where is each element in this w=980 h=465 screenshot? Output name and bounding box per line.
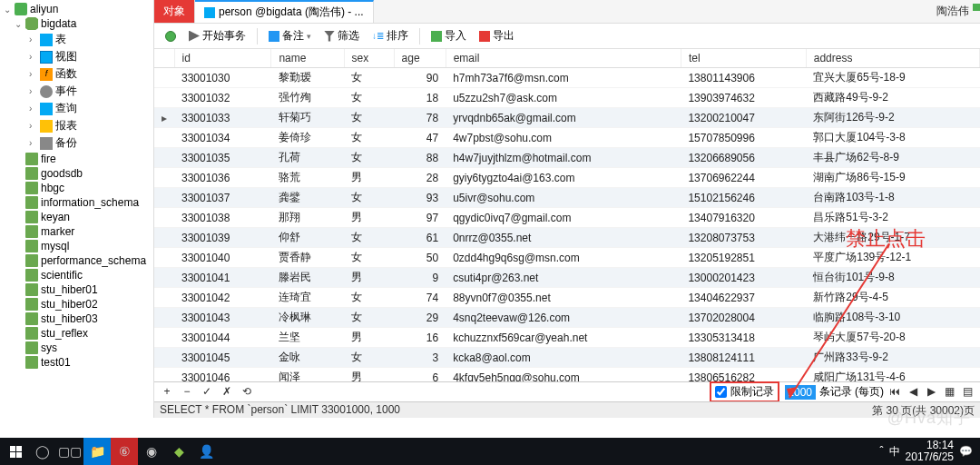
sort-button[interactable]: ↓≣排序 [367,25,414,46]
export-button[interactable]: 导出 [474,25,520,46]
clock[interactable]: 18:14 2017/6/25 [906,440,954,463]
db-node-performance_schema[interactable]: performance_schema [0,253,153,268]
svg-line-0 [789,243,889,398]
start-button[interactable] [2,438,29,465]
import-button[interactable]: 导入 [426,25,472,46]
filter-icon [324,31,335,42]
table-row[interactable]: 33001035孔荷女88h4w7juyjthlzm@hotmail.com13… [154,148,980,168]
tab-bar: 对象 person @bigdata (陶浩伟) - ... [154,0,980,24]
db-node-goodsdb[interactable]: goodsdb [0,166,153,181]
server-node[interactable]: ⌄aliyun [0,2,153,16]
folder-queries[interactable]: ›查询 [0,100,153,117]
table-row[interactable]: ▸33001033轩菊巧女78yrvqdnb65ak@gmail.com1320… [154,108,980,128]
sort-icon: ↓≣ [372,31,384,41]
user-label: 陶浩伟 [936,4,969,19]
import-icon [431,31,442,42]
table-row[interactable]: 33001030黎勤瑷女90h7mh73a7f6@msn.com13801143… [154,68,980,88]
limit-records-box: 限制记录 [710,381,779,402]
db-node-stu_reflex[interactable]: stu_reflex [0,326,153,341]
taskbar: ◯ ▢▢ 📁 ⑥ ◉ ◆ 👤 ˆ 中 18:14 2017/6/25 💬 [0,438,980,465]
db-node-stu_hiber03[interactable]: stu_hiber03 [0,312,153,326]
db-node-hbgc[interactable]: hbgc [0,181,153,195]
folder-functions[interactable]: ›f函数 [0,65,153,83]
play-icon [189,31,200,42]
table-row[interactable]: 33001032强竹殉女18u5zzu2sh7@ask.com139039746… [154,88,980,108]
refresh-button[interactable] [160,28,181,45]
begin-transaction-button[interactable]: 开始事务 [183,25,251,46]
text-icon [269,31,279,42]
db-node-stu_hiber01[interactable]: stu_hiber01 [0,282,153,297]
tray-arrow[interactable]: ˆ [880,445,884,458]
col-tel[interactable]: tel [681,49,806,68]
file-explorer-icon[interactable]: 📁 [83,438,111,465]
navicat-icon[interactable]: ◆ [165,438,192,465]
form-view-button[interactable]: ▤ [960,385,975,400]
app-icon-2[interactable]: 👤 [192,438,220,465]
refresh-grid-button[interactable]: ⟲ [240,385,254,400]
folder-reports[interactable]: ›报表 [0,117,153,134]
ime-indicator[interactable]: 中 [889,444,900,460]
db-node-scientific[interactable]: scientific [0,268,153,282]
db-node-mysql[interactable]: mysql [0,239,153,253]
task-view-button[interactable]: ▢▢ [56,438,83,465]
folder-events[interactable]: ›事件 [0,83,153,100]
memo-button[interactable]: 备注▾ [263,25,317,46]
table-icon [204,7,215,18]
tab-person[interactable]: person @bigdata (陶浩伟) - ... [195,0,374,23]
db-node-stu_hiber02[interactable]: stu_hiber02 [0,297,153,312]
col-id[interactable]: id [174,49,271,68]
toolbar: 开始事务 备注▾ 筛选 ↓≣排序 导入 导出 [154,24,980,49]
add-record-button[interactable]: + [160,385,174,400]
export-icon [479,31,490,42]
folder-backup[interactable]: ›备份 [0,134,153,152]
limit-label: 限制记录 [730,384,774,400]
svg-marker-1 [787,387,798,398]
table-row[interactable]: 33001034姜倚珍女474w7pbst@sohu.com1570785099… [154,128,980,148]
db-node-information_schema[interactable]: information_schema [0,195,153,210]
db-node-marker[interactable]: marker [0,224,153,239]
db-node-test01[interactable]: test01 [0,355,153,370]
action-center-icon[interactable]: 💬 [959,445,973,458]
col-name[interactable]: name [271,49,344,68]
folder-views[interactable]: ›视图 [0,48,153,65]
col-address[interactable]: address [806,49,979,68]
db-node-keyan[interactable]: keyan [0,210,153,224]
sql-text: SELECT * FROM `person` LIMIT 33001000, 1… [160,403,400,417]
filter-button[interactable]: 筛选 [318,25,365,46]
grid-view-button[interactable]: ▦ [942,385,956,400]
sidebar: ⌄aliyun ⌄bigdata ›表 ›视图 ›f函数 ›事件 ›查询 ›报表… [0,0,154,418]
folder-tables[interactable]: ›表 [0,31,153,48]
table-row[interactable]: 33001036骆荒男28gyiy6tygzto4ai@163.com13706… [154,168,980,188]
apply-button[interactable]: ✓ [200,385,214,400]
chrome-icon[interactable]: ◉ [138,438,165,465]
db-node-fire[interactable]: fire [0,152,153,166]
cancel-edit-button[interactable]: ✗ [220,385,234,400]
app-icon-1[interactable]: ⑥ [111,438,138,465]
col-age[interactable]: age [394,49,446,68]
db-node[interactable]: ⌄bigdata [0,16,153,31]
status-dot [973,4,980,11]
delete-record-button[interactable]: − [180,385,194,400]
col-email[interactable]: email [446,49,681,68]
next-page-button[interactable]: ▶ [924,385,938,400]
db-node-sys[interactable]: sys [0,341,153,355]
col-sex[interactable]: sex [344,49,394,68]
refresh-icon [165,31,176,42]
cortana-button[interactable]: ◯ [29,438,56,465]
tab-objects[interactable]: 对象 [154,0,195,23]
limit-checkbox[interactable] [715,386,727,398]
annotation-arrow [785,243,912,407]
watermark: @Hva知乎 [887,407,971,429]
table-row[interactable]: 33001037龚鐾女93u5ivr@sohu.com15102156246台南… [154,188,980,208]
